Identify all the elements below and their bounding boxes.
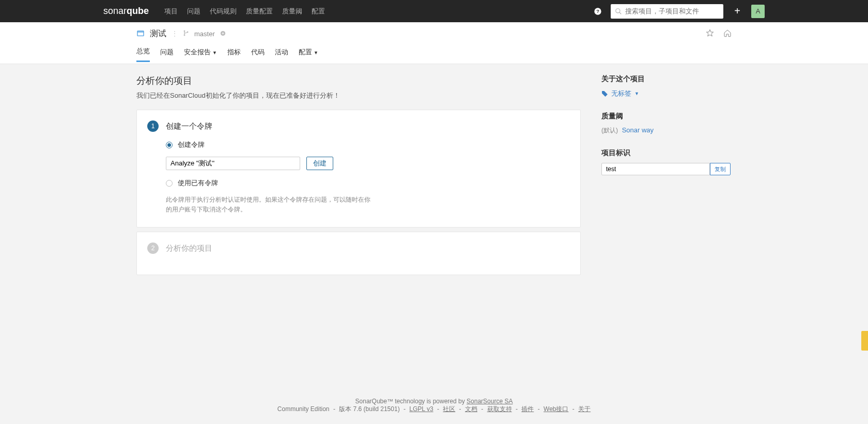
tab-overview[interactable]: 总览 [136, 47, 150, 62]
primary-nav: 项目 问题 代码规则 质量配置 质量阈 配置 [160, 0, 330, 22]
footer-tech-text: SonarQube™ technology is powered by [355, 398, 467, 405]
footer-docs[interactable]: 文档 [465, 405, 477, 413]
tag-icon [601, 90, 608, 97]
footer-version: 版本 7.6 (build 21501) [339, 405, 399, 413]
chevron-down-icon: ▼ [634, 91, 639, 96]
svg-point-2 [616, 8, 620, 12]
create-button[interactable]: + [731, 5, 744, 18]
footer-support[interactable]: 获取支持 [487, 405, 512, 413]
token-name-input[interactable] [166, 157, 300, 170]
sonarsource-link[interactable]: SonarSource SA [467, 398, 513, 405]
nav-projects[interactable]: 项目 [160, 0, 182, 22]
add-branch-icon[interactable] [220, 30, 226, 38]
svg-line-3 [619, 12, 622, 14]
step-2-title: 分析你的项目 [166, 244, 212, 253]
no-tags-label: 无标签 [611, 89, 631, 98]
tab-measures[interactable]: 指标 [227, 48, 241, 62]
avatar[interactable]: A [751, 5, 765, 18]
global-search[interactable] [611, 4, 723, 19]
branch-icon [183, 30, 189, 38]
favorite-icon[interactable] [706, 29, 714, 39]
nav-issues[interactable]: 问题 [182, 0, 205, 22]
sidebar: 关于这个项目 无标签 ▼ 质量阈 (默认) Sonar way 项目标识 复制 [601, 74, 731, 370]
logo-part2: qube [127, 6, 149, 17]
tab-code[interactable]: 代码 [251, 48, 265, 62]
radio-existing-label: 使用已有令牌 [178, 178, 218, 188]
nav-quality-gates[interactable]: 质量阈 [277, 0, 307, 22]
tab-issues[interactable]: 问题 [160, 48, 174, 62]
nav-admin[interactable]: 配置 [307, 0, 330, 22]
side-indicator[interactable] [861, 331, 868, 351]
project-name[interactable]: 测试 [150, 28, 166, 39]
tab-activity[interactable]: 活动 [275, 48, 288, 62]
radio-create-label: 创建令牌 [178, 140, 205, 149]
nav-quality-profiles[interactable]: 质量配置 [241, 0, 277, 22]
logo-part1: sonar [103, 6, 127, 17]
step-2-number: 2 [147, 243, 159, 254]
svg-point-5 [184, 31, 185, 32]
footer-license[interactable]: LGPL v3 [409, 405, 433, 413]
project-key-title: 项目标识 [601, 148, 731, 158]
home-icon[interactable] [723, 29, 732, 39]
step-1-number: 1 [147, 120, 159, 132]
radio-existing-token[interactable]: 使用已有令牌 [166, 178, 570, 188]
svg-text:?: ? [596, 9, 599, 14]
about-title: 关于这个项目 [601, 74, 731, 84]
branch-sep: ⋮ [172, 30, 178, 37]
search-icon [615, 8, 622, 15]
radio-icon [166, 180, 173, 187]
main-content: 分析你的项目 我们已经在SonarCloud初始化了你的项目，现在已准备好进行分… [134, 64, 734, 390]
page-title: 分析你的项目 [136, 74, 581, 87]
create-token-button[interactable]: 创建 [306, 157, 333, 170]
tab-settings[interactable]: 配置▼ [299, 48, 318, 62]
project-icon [136, 29, 145, 39]
copy-key-button[interactable]: 复制 [710, 163, 731, 175]
chevron-down-icon: ▼ [314, 50, 318, 55]
tags-link[interactable]: 无标签 ▼ [601, 89, 731, 98]
help-icon[interactable]: ? [591, 5, 605, 18]
quality-gate-link[interactable]: Sonar way [622, 126, 654, 134]
footer: SonarQube™ technology is powered by Sona… [0, 390, 868, 424]
nav-rules[interactable]: 代码规则 [205, 0, 241, 22]
radio-create-token[interactable]: 创建令牌 [166, 140, 570, 149]
svg-marker-9 [706, 29, 713, 36]
step-2-card: 2 分析你的项目 [136, 232, 581, 275]
footer-about[interactable]: 关于 [578, 405, 591, 413]
top-navbar: sonarqube 项目 问题 代码规则 质量配置 质量阈 配置 ? + A [0, 0, 868, 22]
footer-plugins[interactable]: 插件 [521, 405, 534, 413]
chevron-down-icon: ▼ [212, 50, 217, 55]
page-description: 我们已经在SonarCloud初始化了你的项目，现在已准备好进行分析！ [136, 91, 581, 100]
project-tabs: 总览 问题 安全报告▼ 指标 代码 活动 配置▼ [136, 45, 732, 64]
radio-icon [166, 142, 173, 148]
project-key-input[interactable] [601, 163, 710, 175]
tab-security[interactable]: 安全报告▼ [184, 48, 217, 62]
token-help-text: 此令牌用于执行分析时认证时使用。如果这个令牌存在问题，可以随时在你的用户账号下取… [166, 195, 373, 215]
footer-community[interactable]: 社区 [443, 405, 455, 413]
project-header: 测试 ⋮ master 总览 问题 安全报告▼ 指标 代码 活动 配置▼ [0, 22, 868, 64]
branch-name[interactable]: master [194, 30, 215, 38]
step-1-title: 创建一个令牌 [166, 122, 212, 131]
logo[interactable]: sonarqube [103, 6, 150, 17]
step-1-card: 1 创建一个令牌 创建令牌 创建 使用已有令牌 此令牌用于执行分析时认证时使用。… [136, 110, 581, 228]
footer-api[interactable]: Web接口 [544, 405, 568, 413]
search-input[interactable] [625, 7, 719, 15]
svg-point-6 [184, 35, 185, 36]
quality-gate-title: 质量阈 [601, 112, 731, 121]
qg-default-label: (默认) [601, 127, 618, 134]
footer-edition: Community Edition [277, 405, 330, 413]
